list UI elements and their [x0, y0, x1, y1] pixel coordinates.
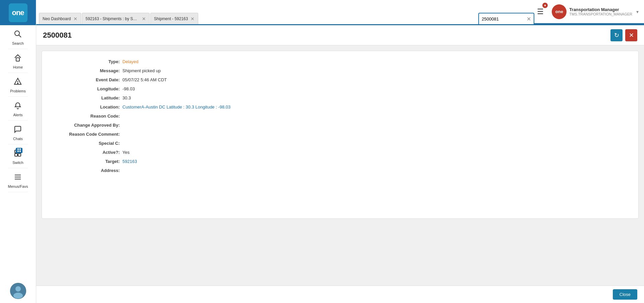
sidebar-item-search[interactable]: Search — [8, 25, 28, 49]
detail-value-1: Shipment picked up — [122, 68, 161, 73]
content-footer: Close — [36, 286, 644, 303]
menus-favs-icon — [14, 173, 22, 183]
chats-label: Chats — [13, 137, 23, 141]
home-label: Home — [13, 65, 23, 69]
sidebar-item-switch[interactable]: Switch — [8, 144, 28, 168]
svg-point-17 — [15, 286, 21, 292]
detail-row: Reason Code: — [53, 114, 628, 119]
sidebar-item-home[interactable]: Home — [8, 49, 28, 73]
user-area[interactable]: one Transportation Manager TMS.TRANSPORT… — [552, 4, 639, 19]
sidebar-bottom — [10, 283, 26, 299]
tab-input-area: ✕ — [478, 0, 534, 24]
alerts-icon — [14, 101, 22, 112]
detail-row: Reason Code Comment: — [53, 132, 628, 137]
topbar: Neo Dashboard✕592163 - Shipments : by Sh… — [36, 0, 644, 25]
detail-row: Event Date:05/07/22 5:46 AM CDT — [53, 77, 628, 82]
detail-label-8: Reason Code Comment: — [53, 132, 120, 137]
app-logo[interactable]: one — [9, 3, 28, 22]
sidebar-item-menus-favs[interactable]: Menus/Favs — [8, 168, 28, 192]
detail-row: Longitude:-98.03 — [53, 86, 628, 91]
active-tab-input[interactable] — [482, 16, 525, 21]
star-badge: ★ — [542, 3, 548, 8]
sidebar-item-problems[interactable]: Problems — [8, 73, 28, 97]
detail-value-4: 30.3 — [122, 95, 131, 100]
alerts-label: Alerts — [13, 113, 22, 117]
home-icon — [14, 54, 22, 64]
tab-input-wrap: ✕ — [478, 13, 534, 24]
detail-label-9: Special C: — [53, 141, 120, 146]
detail-card: Type:DelayedMessage:Shipment picked upEv… — [42, 51, 639, 219]
svg-point-4 — [17, 83, 18, 84]
detail-row: Type:Delayed — [53, 59, 628, 64]
close-x-button[interactable]: ✕ — [625, 29, 637, 41]
tab-close-shipment-tab[interactable]: ✕ — [191, 16, 195, 21]
user-dropdown-arrow[interactable]: ▾ — [636, 9, 639, 14]
tab-bar: Neo Dashboard✕592163 - Shipments : by Sh… — [36, 0, 478, 24]
content-header: 2500081 ↻ ✕ — [36, 25, 644, 45]
tab-shipment-tab[interactable]: Shipment - 592163✕ — [150, 13, 198, 24]
tab-close-neo-dashboard[interactable]: ✕ — [73, 16, 77, 21]
detail-value-2: 05/07/22 5:46 AM CDT — [122, 77, 167, 82]
detail-label-2: Event Date: — [53, 77, 120, 82]
problems-label: Problems — [10, 89, 25, 93]
tab-close-shipments-tab[interactable]: ✕ — [142, 16, 146, 21]
user-info: Transportation Manager TMS.TRANSPORTATIO… — [569, 7, 632, 16]
hamburger-icon: ☰ — [537, 7, 544, 16]
detail-label-10: Active?: — [53, 150, 120, 155]
close-button[interactable]: Close — [613, 289, 637, 300]
chats-icon — [14, 125, 22, 135]
svg-line-1 — [19, 35, 21, 37]
svg-rect-2 — [16, 58, 19, 61]
detail-value-5[interactable]: CustomerA-Austin DC Latitude : 30.3 Long… — [122, 104, 230, 110]
detail-label-0: Type: — [53, 59, 120, 64]
sidebar-item-chats[interactable]: Chats — [8, 121, 28, 144]
switch-badge — [16, 148, 22, 153]
user-avatar: one — [552, 4, 567, 19]
active-tab-close[interactable]: ✕ — [527, 16, 531, 22]
detail-label-1: Message: — [53, 68, 120, 73]
search-label: Search — [12, 41, 24, 45]
detail-value-0: Delayed — [122, 59, 139, 64]
detail-row: Message:Shipment picked up — [53, 68, 628, 73]
content-body: Type:DelayedMessage:Shipment picked upEv… — [36, 45, 644, 286]
sidebar-item-alerts[interactable]: Alerts — [8, 97, 28, 121]
nav-items: SearchHomeProblemsAlertsChatsSwitchMenus… — [8, 25, 28, 192]
page-title: 2500081 — [43, 31, 610, 40]
logo-area: one — [0, 0, 36, 25]
detail-value-11[interactable]: 592163 — [122, 159, 137, 164]
svg-point-0 — [15, 31, 19, 36]
tab-shipments-tab[interactable]: 592163 - Shipments : by Shipme...✕ — [82, 13, 150, 24]
svg-rect-6 — [19, 148, 21, 150]
svg-rect-12 — [18, 154, 21, 156]
svg-rect-5 — [17, 148, 19, 150]
detail-label-4: Latitude: — [53, 95, 120, 100]
detail-label-12: Address: — [53, 168, 120, 173]
detail-row: Target:592163 — [53, 159, 628, 164]
switch-label: Switch — [12, 161, 23, 165]
detail-row: Special C: — [53, 141, 628, 146]
tab-label-shipments-tab: 592163 - Shipments : by Shipme... — [86, 16, 139, 21]
tab-label-shipment-tab: Shipment - 592163 — [154, 16, 188, 21]
menus-favs-label: Menus/Favs — [8, 184, 28, 188]
main-area: Neo Dashboard✕592163 - Shipments : by Sh… — [36, 0, 644, 303]
problems-icon — [14, 78, 22, 88]
header-actions: ↻ ✕ — [610, 29, 637, 41]
detail-row: Location:CustomerA-Austin DC Latitude : … — [53, 104, 628, 110]
tab-label-neo-dashboard: Neo Dashboard — [43, 16, 71, 21]
detail-row: Address: — [53, 168, 628, 173]
detail-row: Change Approved By: — [53, 123, 628, 128]
detail-value-3: -98.03 — [122, 86, 135, 91]
detail-label-7: Change Approved By: — [53, 123, 120, 128]
svg-rect-8 — [19, 150, 21, 152]
detail-value-10: Yes — [122, 150, 129, 155]
detail-label-3: Longitude: — [53, 86, 120, 91]
user-name: Transportation Manager — [569, 7, 632, 12]
detail-label-5: Location: — [53, 104, 120, 110]
detail-row: Active?:Yes — [53, 150, 628, 155]
tab-neo-dashboard[interactable]: Neo Dashboard✕ — [39, 13, 81, 24]
sidebar-user-avatar[interactable] — [10, 283, 26, 299]
hamburger-menu[interactable]: ☰ ★ — [534, 5, 546, 19]
refresh-button[interactable]: ↻ — [610, 29, 623, 41]
detail-label-11: Target: — [53, 159, 120, 164]
sidebar: one SearchHomeProblemsAlertsChatsSwitchM… — [0, 0, 36, 303]
